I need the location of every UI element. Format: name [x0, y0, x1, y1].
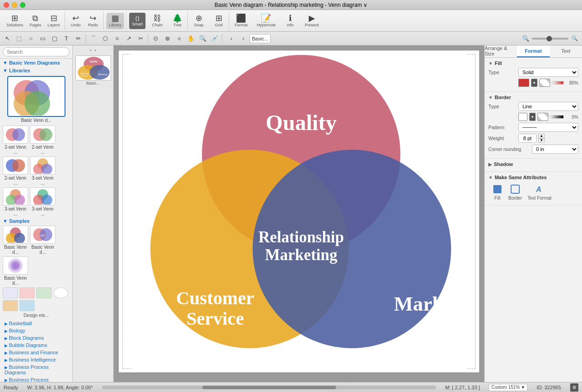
venn-diagram[interactable]: QualityCustomerServiceMarketingRelations… — [119, 50, 479, 372]
tree-button[interactable]: 🌲 Tree — [169, 13, 186, 29]
weight-down[interactable]: ▼ — [538, 138, 545, 143]
maximize-button[interactable] — [20, 2, 25, 8]
page-thumb-1[interactable]: Quality Customer Service Marketing Basic… — [75, 55, 111, 85]
rect-tool[interactable]: ▭ — [37, 33, 48, 44]
fill-color-expand[interactable]: ▼ — [531, 79, 537, 87]
fill-collapse[interactable]: ▼ — [488, 61, 493, 66]
zoom-out-button[interactable]: 🔍 — [520, 33, 531, 44]
canvas[interactable]: QualityCustomerServiceMarketingRelations… — [118, 50, 480, 373]
corner-rounding-select[interactable]: 0 in 0.1 in 0.2 in — [532, 145, 578, 154]
weight-up[interactable]: ▲ — [538, 134, 545, 138]
border-transparent-swatch[interactable] — [537, 113, 548, 121]
thumb-3set-c[interactable]: 3-set Venn ... — [30, 187, 55, 216]
tab-text[interactable]: Text — [550, 45, 582, 57]
sidebar-item-business-process-mapping[interactable]: Business Process Mapping — [0, 376, 72, 382]
make-same-collapse[interactable]: ▼ — [488, 175, 493, 180]
breadcrumb-forward[interactable]: › — [238, 33, 249, 44]
sidebar-item-basketball[interactable]: Basketball — [0, 320, 72, 327]
strip-nav-back[interactable]: ‹ — [89, 47, 93, 53]
library-button[interactable]: ▦ Library — [106, 13, 125, 29]
redo-button[interactable]: ↪ Redo — [85, 13, 101, 29]
snap-button[interactable]: ⊕ Snap — [191, 13, 207, 29]
lasso-tool[interactable]: ⊙ — [150, 33, 161, 44]
hypernote-button[interactable]: 📝 Hypernote — [254, 13, 279, 29]
path-tool[interactable]: ⌒ — [88, 33, 99, 44]
pages-button[interactable]: ⧉ Pages — [27, 13, 44, 29]
thumb-3set-b[interactable]: 3-set Venn ... — [3, 187, 28, 216]
present-button[interactable]: ▶ Present — [302, 13, 321, 29]
design-thumb-1[interactable] — [3, 287, 18, 298]
fill-color-swatch[interactable] — [518, 79, 529, 87]
strip-nav-forward[interactable]: › — [94, 47, 97, 53]
design-thumb-3[interactable] — [36, 287, 51, 298]
undo-button[interactable]: ↩ Undo — [68, 13, 84, 29]
poly-tool[interactable]: ⬠ — [100, 33, 110, 44]
zoom-selector[interactable]: Custom 151% ▼ — [489, 384, 527, 391]
sidebar-item-biology[interactable]: Biology — [0, 327, 72, 334]
connector-tool[interactable]: ↗ — [123, 33, 134, 44]
search-input[interactable] — [3, 47, 70, 56]
hand-tool[interactable]: ✋ — [186, 33, 196, 44]
tab-format[interactable]: Format — [517, 45, 549, 57]
eyedropper-tool[interactable]: 💉 — [209, 33, 220, 44]
border-color-expand[interactable]: ▼ — [529, 113, 536, 121]
tab-arrange-size[interactable]: Arrange & Size — [485, 45, 517, 57]
smart-button[interactable]: ⟨⟩ Smart — [129, 13, 146, 29]
close-button[interactable] — [4, 2, 9, 8]
sample-thumb-a[interactable]: Basic Venn d... — [3, 226, 28, 255]
select-all-tool[interactable]: ⬚ — [14, 33, 25, 44]
shape-tool[interactable]: ○ — [25, 33, 36, 44]
border-pattern-select[interactable]: ──── - - - · · · — [518, 123, 578, 132]
thumb-3set-a[interactable]: 3-set Venn ... — [30, 156, 55, 186]
canvas-area[interactable]: QualityCustomerServiceMarketingRelations… — [114, 45, 484, 382]
thumb-2set-a[interactable]: 2-set Venn ... — [3, 126, 28, 155]
scissors-tool[interactable]: ✂ — [135, 33, 146, 44]
sidebar-item-bubble-diagrams[interactable]: Bubble Diagrams — [0, 342, 72, 349]
border-type-select[interactable]: Line None — [518, 102, 578, 111]
layers-button[interactable]: ⊟ Layers — [45, 13, 63, 29]
same-text-format-button[interactable]: A Text Format — [527, 184, 552, 201]
design-thumb-4[interactable] — [53, 287, 68, 298]
canvas-scrollbar[interactable] — [102, 386, 436, 389]
design-thumb-2[interactable] — [20, 287, 35, 298]
sidebar-item-block-diagrams[interactable]: Block Diagrams — [0, 334, 72, 342]
solutions-button[interactable]: ⊞ Solutions — [4, 13, 26, 29]
zoom-tool[interactable]: 🔍 — [197, 33, 208, 44]
text-tool[interactable]: T — [61, 33, 72, 44]
sidebar-item-business-finance[interactable]: Business and Finance — [0, 349, 72, 356]
thumb-2set-c[interactable]: 2-set Venn ... — [3, 156, 28, 186]
select-tool[interactable]: ↖ — [2, 33, 13, 44]
same-border-button[interactable]: Border — [508, 184, 522, 201]
design-thumb-6[interactable] — [20, 300, 35, 311]
same-fill-button[interactable]: Fill — [492, 184, 503, 201]
round-rect-tool[interactable]: ▢ — [49, 33, 60, 44]
rubber-band-tool[interactable]: ⟡ — [174, 33, 185, 44]
minimize-button[interactable] — [12, 2, 17, 8]
sample-thumb-c[interactable]: Basic Venn d... — [3, 256, 28, 286]
format-button[interactable]: ⬛ Format — [232, 13, 251, 29]
shadow-collapse[interactable]: ▶ — [488, 162, 492, 167]
fill-transparent-swatch[interactable] — [539, 79, 550, 87]
libraries-subsection[interactable]: ▼ Libraries — [0, 67, 72, 74]
chain-button[interactable]: ⛓ Chain — [149, 13, 166, 29]
thumb-2set-b[interactable]: 2-set Venn ... — [30, 126, 55, 155]
zoom-slider[interactable] — [532, 38, 568, 40]
basic-venn-section[interactable]: ▼ Basic Venn Diagrams — [0, 59, 72, 67]
design-thumb-5[interactable] — [3, 300, 18, 311]
sidebar-item-business-intelligence[interactable]: Business Intelligence — [0, 356, 72, 363]
sidebar-item-business-process-diagrams[interactable]: Business Process Diagrams — [0, 363, 72, 376]
zoom-in-button[interactable]: 🔍 — [569, 33, 580, 44]
grid-button[interactable]: ⊞ Grid — [211, 13, 227, 29]
pen-tool[interactable]: ✏ — [73, 33, 84, 44]
samples-subsection[interactable]: ▼ Samples — [0, 217, 72, 225]
info-button[interactable]: ℹ Info — [282, 13, 298, 29]
border-weight-input[interactable] — [518, 134, 537, 143]
sample-thumb-b[interactable]: ABC Basic Venn d... — [30, 226, 55, 255]
fill-type-select[interactable]: Solid Linear Radial None — [518, 68, 578, 77]
border-color-swatch[interactable] — [518, 113, 527, 121]
border-collapse[interactable]: ▼ — [488, 95, 493, 100]
breadcrumb-back[interactable]: ‹ — [226, 33, 237, 44]
connection-tool[interactable]: ⊗ — [162, 33, 173, 44]
crop-tool[interactable]: ⌗ — [111, 33, 122, 44]
large-thumb-item[interactable]: Basic Venn d... — [3, 76, 70, 123]
